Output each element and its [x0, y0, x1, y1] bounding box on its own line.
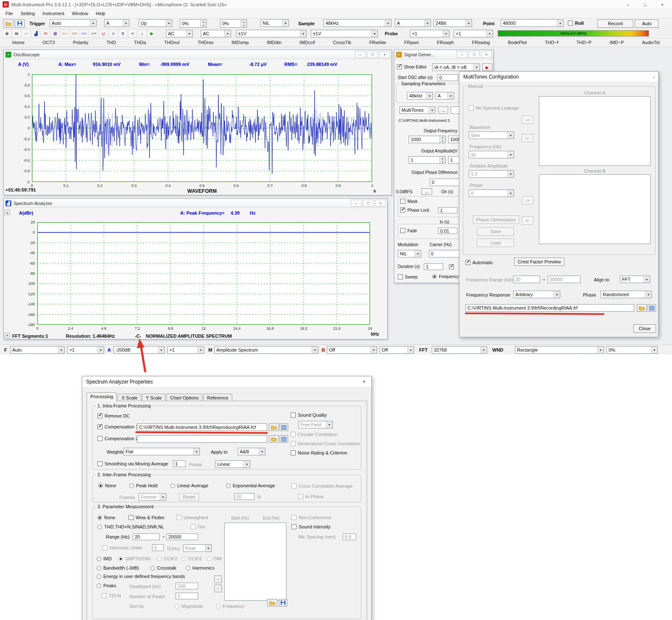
spin-up-icon[interactable]: ▲ [439, 136, 445, 139]
restore-button[interactable]: □ [469, 51, 480, 58]
dropdown-arrow-icon[interactable]: ▼ [90, 20, 96, 26]
tab-crosstlk[interactable]: CrossTlk [332, 39, 352, 45]
dropdown-arrow-icon[interactable]: ▼ [160, 494, 166, 500]
phase-lock-input[interactable]: 1 [438, 207, 457, 213]
overlap-dropdown[interactable]: 0%▼ [606, 346, 658, 354]
browse-compensation1-button[interactable] [269, 423, 279, 431]
non-coherence-checkbox[interactable]: Non-Coherence [291, 515, 331, 520]
edit-compensation1-table-button[interactable] [280, 423, 288, 431]
dim-radio[interactable]: DIM [207, 556, 222, 561]
linear-average-radio[interactable]: Linear Average [171, 483, 208, 488]
dropdown-arrow-icon[interactable]: ▼ [480, 347, 487, 353]
sweep-checkbox[interactable]: Sweep [398, 274, 418, 279]
relative-amplitude-dropdown[interactable]: 1.0▼ [469, 170, 514, 178]
apply-to-dropdown[interactable]: A&B▼ [238, 448, 265, 455]
unweighted-checkbox[interactable]: Unweighted [176, 515, 208, 520]
dropdown-arrow-icon[interactable]: ▼ [205, 545, 211, 552]
parameter-none-radio[interactable]: None [97, 515, 115, 520]
dropdown-arrow-icon[interactable]: ▼ [447, 92, 454, 99]
add-to-channel-a-button[interactable]: -> [522, 116, 533, 124]
exponential-percent-input[interactable]: 10 [234, 493, 255, 500]
duration-input[interactable]: 1 [424, 263, 443, 270]
remove-dc-checkbox[interactable]: Remove DC [97, 413, 130, 418]
dropdown-arrow-icon[interactable]: ▼ [507, 132, 514, 139]
spinner-arrows[interactable]: ▲▼ [439, 157, 445, 163]
free-field-dropdown[interactable]: Free Field▼ [298, 421, 333, 428]
tab-thda[interactable]: THDa [133, 39, 147, 45]
harmonic-order-input[interactable]: 5 [152, 544, 164, 551]
frequency-dropdown[interactable]: 1k▼ [469, 151, 514, 158]
frequency-band-list[interactable] [224, 523, 286, 601]
multimeter-icon[interactable]: 88 [41, 29, 50, 37]
peak-hold-radio[interactable]: Peak Hold [129, 483, 158, 488]
trigger-level-spinner[interactable]: 0%▲▼ [180, 19, 207, 28]
magnet-icon[interactable]: ∪ [99, 29, 108, 37]
duration-loop-checkbox[interactable] [449, 264, 454, 269]
dropdown-arrow-icon[interactable]: ▼ [473, 64, 480, 71]
spin-up-icon[interactable]: ▲ [241, 20, 247, 24]
reset-button[interactable]: Reset [179, 493, 199, 501]
points-dropdown[interactable]: 48000▼ [501, 19, 564, 27]
dropdown-arrow-icon[interactable]: ▼ [407, 347, 414, 353]
dropdown-arrow-icon[interactable]: ▼ [385, 20, 391, 26]
tab-bodeplot[interactable]: BodePlot [507, 39, 528, 45]
dropdown-arrow-icon[interactable]: ▼ [426, 92, 433, 99]
compensation1-checkbox[interactable]: Compensation 1 [97, 424, 138, 429]
tab-imdsmp[interactable]: IMDsmp [230, 39, 250, 45]
dropdown-arrow-icon[interactable]: ▼ [415, 250, 421, 257]
trigger-mode-dropdown[interactable]: Auto▼ [50, 19, 97, 27]
spinner-arrows[interactable]: ▲▼ [241, 20, 247, 27]
save-bands-button[interactable] [279, 599, 287, 607]
smoothing-checkbox[interactable]: Smoothing via Moving Average [97, 461, 168, 466]
properties-tab-y-scale[interactable]: Y Scale [142, 394, 165, 401]
imd-radio[interactable]: IMD [97, 556, 112, 561]
dropdown-arrow-icon[interactable]: ▼ [58, 347, 64, 353]
tab-imd-p[interactable]: IMD~P [609, 39, 625, 45]
sample-channel-dropdown[interactable]: A▼ [395, 19, 431, 27]
calibration-icon[interactable]: + [128, 29, 137, 37]
thd-radio[interactable]: THD,THD+N,SINAD,SNR,NL [97, 524, 164, 529]
menu-item-instrument[interactable]: Instrument [39, 10, 68, 17]
tab-thd[interactable]: THD [105, 39, 117, 45]
align-to-dropdown[interactable]: FFT▼ [620, 276, 650, 283]
trigger-hpf-dropdown[interactable]: NIL▼ [260, 19, 289, 27]
mask-checkbox[interactable]: Mask [400, 199, 417, 204]
close-button[interactable]: × [661, 2, 664, 7]
tab-home[interactable]: Home [11, 39, 26, 45]
minimize-button[interactable]: – [457, 51, 467, 58]
menu-item-setting[interactable]: Setting [17, 10, 39, 17]
window-function-dropdown[interactable]: Rectangle▼ [515, 346, 604, 354]
compensation2-checkbox[interactable]: Compensation 2 [97, 436, 138, 441]
weighting-dropdown[interactable]: Flat▼ [123, 448, 200, 455]
minimize-button[interactable]: – [627, 2, 630, 7]
dropdown-arrow-icon[interactable]: ▼ [429, 107, 435, 113]
generalized-cross-correlation-checkbox[interactable]: Generalized Cross Correlation [291, 441, 360, 446]
tab-thd-f[interactable]: THD~f [543, 39, 559, 45]
tab-polarity[interactable]: Polarity [72, 39, 90, 45]
generator-run-button[interactable]: ▶ [482, 63, 492, 71]
energy-bands-radio[interactable]: Energy in user defined frequency bands [97, 574, 185, 579]
save-button[interactable] [15, 19, 25, 28]
automatic-checkbox[interactable]: Automatic [465, 260, 493, 265]
dropdown-arrow-icon[interactable]: ▼ [224, 30, 231, 37]
properties-dialog-title-bar[interactable]: Spectrum Analyzer Properties [82, 376, 371, 387]
a-range-dropdown[interactable]: -200dB▼ [113, 346, 165, 354]
inter-frame-none-radio[interactable]: None [98, 483, 116, 488]
marker-b-icon[interactable]: B [118, 29, 127, 37]
crosstalk-radio[interactable]: Crosstalk [150, 565, 176, 570]
channel-b-tone-list[interactable] [539, 174, 651, 244]
restore-button[interactable]: □ [363, 200, 374, 207]
dropdown-arrow-icon[interactable]: ▼ [597, 347, 604, 353]
frequency-range-low-input[interactable]: 20 [513, 276, 540, 283]
carrier-input[interactable]: 0 [429, 250, 460, 257]
dropdown-arrow-icon[interactable]: ▼ [282, 20, 289, 26]
compensation1-path-input[interactable]: C:\VIRTINS Multi-Instrument 3.9\fcf\Repr… [137, 423, 267, 431]
frf-path-input[interactable]: C:\VIRTINS Multi-Instrument 3.9\frf\Reco… [465, 304, 634, 312]
modulation-dropdown[interactable]: NIL▼ [398, 250, 421, 257]
dropdown-arrow-icon[interactable]: ▼ [326, 421, 332, 428]
tab-audiotst[interactable]: AudioTst [641, 39, 661, 45]
spinner-arrows[interactable]: ▲▼ [200, 20, 206, 27]
editor-mode-dropdown[interactable]: iA = oA, iB = oB▼ [432, 63, 480, 71]
browse-compensation2-button[interactable] [269, 435, 279, 443]
deadband-input[interactable]: 100 [176, 583, 198, 589]
